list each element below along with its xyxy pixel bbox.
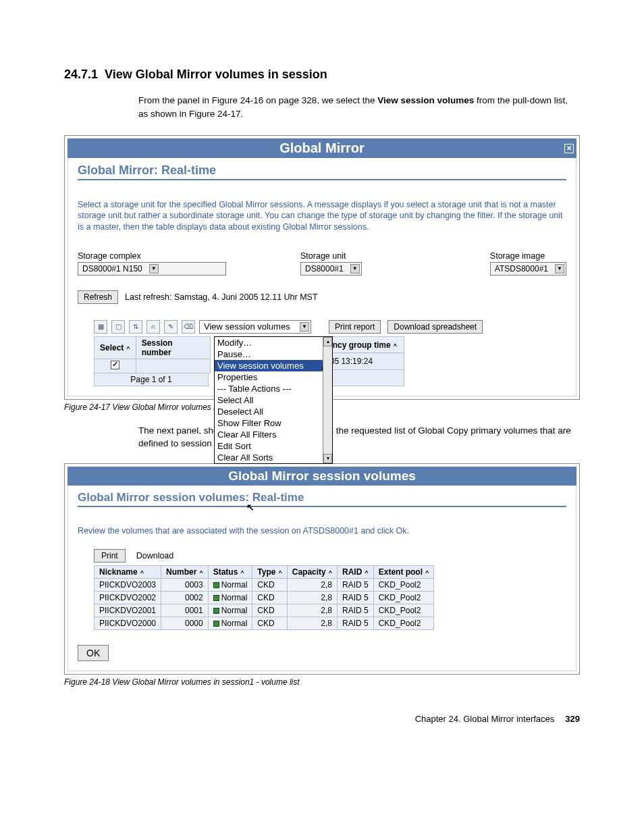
panel1-description: Select a storage unit for the specified … xyxy=(78,199,566,232)
section-heading: 24.7.1 View Global Mirror volumes in ses… xyxy=(64,68,580,82)
chevron-down-icon: ▼ xyxy=(555,264,564,273)
header-capacity[interactable]: Capacity^ xyxy=(287,566,337,579)
scrollbar[interactable]: ▴ ▾ xyxy=(323,337,332,463)
refresh-row: Refresh Last refresh: Samstag, 4. Juni 2… xyxy=(78,290,566,304)
refresh-button[interactable]: Refresh xyxy=(78,290,118,304)
pagination-bar: Page 1 of 1 xyxy=(94,373,209,386)
cell-number: 0002 xyxy=(161,592,209,604)
cell-type: CKD xyxy=(252,617,287,630)
panel1-body: Global Mirror: Real-time Select a storag… xyxy=(68,158,576,396)
toolbar-icon-5[interactable]: ✎ xyxy=(164,320,178,334)
checkbox-icon[interactable] xyxy=(111,361,119,369)
storage-complex-value: DS8000#1 N150 xyxy=(82,264,142,273)
figure-24-18: Global Mirror session volumes Global Mir… xyxy=(64,463,580,675)
left-table: Select^ Session number xyxy=(94,336,211,373)
sort-up-icon: ^ xyxy=(240,569,244,576)
cell-status: Normal xyxy=(208,592,252,604)
storage-complex-group: Storage complex DS8000#1 N150 ▼ xyxy=(78,251,226,276)
panel1-subtitle: Global Mirror: Real-time xyxy=(78,163,566,180)
download-link[interactable]: Download xyxy=(136,551,174,561)
status-dot-icon xyxy=(213,582,219,588)
table-row: PIICKDVO20010001NormalCKD2,8RAID 5CKD_Po… xyxy=(95,604,434,617)
header-type[interactable]: Type^ xyxy=(252,566,287,579)
left-table-container: Select^ Session number Page 1 of 1 xyxy=(94,336,211,386)
storage-unit-value: DS8000#1 xyxy=(305,264,344,273)
toolbar-icon-3[interactable]: ⇅ xyxy=(129,320,142,334)
ok-button[interactable]: OK xyxy=(78,645,109,661)
menu-item-edit-sort[interactable]: Edit Sort xyxy=(215,440,332,452)
section-title: View Global Mirror volumes in session xyxy=(105,68,327,81)
chevron-down-icon: ▼ xyxy=(350,264,360,273)
cell-status: Normal xyxy=(208,617,252,630)
table-row xyxy=(95,359,211,373)
mid-l1: The next panel, shown in Figure 24-18, p… xyxy=(138,425,571,449)
section-number: 24.7.1 xyxy=(64,68,98,81)
status-dot-icon xyxy=(213,621,219,627)
panel1-title: Global Mirror xyxy=(279,140,365,156)
storage-image-dropdown[interactable]: ATSDS8000#1 ▼ xyxy=(490,262,566,276)
chevron-down-icon: ▼ xyxy=(149,264,159,273)
panel2-body: Global Mirror session volumes: Real-time… xyxy=(68,486,576,671)
select-cell[interactable] xyxy=(95,359,136,373)
header-session-number[interactable]: Session number xyxy=(136,336,210,359)
storage-complex-dropdown[interactable]: DS8000#1 N150 ▼ xyxy=(78,262,226,276)
cell-raid: RAID 5 xyxy=(338,592,374,604)
menu-item-show-filter-row[interactable]: Show Filter Row xyxy=(215,417,332,429)
cell-extent-pool: CKD_Pool2 xyxy=(373,604,434,617)
table-row: PIICKDVO20000000NormalCKD2,8RAID 5CKD_Po… xyxy=(95,617,434,630)
toolbar-area: ▦ ▢ ⇅ ⎌ ✎ ⌫ View session volumes ▼ Print… xyxy=(94,320,566,386)
sort-up-icon: ^ xyxy=(365,569,368,576)
cell-capacity: 2,8 xyxy=(287,592,337,604)
cell-raid: RAID 5 xyxy=(338,579,374,592)
mid-paragraph: The next panel, shown in Figure 24-18, p… xyxy=(138,424,580,451)
sort-up-icon: ^ xyxy=(329,569,332,576)
cell-nickname: PIICKDVO2002 xyxy=(95,592,161,604)
header-number[interactable]: Number^ xyxy=(161,566,209,579)
panel2-subtitle: Global Mirror session volumes: Real-time… xyxy=(78,491,566,507)
header-extent-pool[interactable]: Extent pool^ xyxy=(373,566,434,579)
last-refresh-text: Last refresh: Samstag, 4. Juni 2005 12.1… xyxy=(125,292,318,302)
toolbar-icon-4[interactable]: ⎌ xyxy=(146,320,160,334)
action-dropdown[interactable]: View session volumes ▼ xyxy=(199,320,311,334)
cell-extent-pool: CKD_Pool2 xyxy=(373,579,434,592)
print-report-button[interactable]: Print report xyxy=(329,320,381,334)
storage-unit-dropdown[interactable]: DS8000#1 ▼ xyxy=(300,262,362,276)
header-raid[interactable]: RAID^ xyxy=(338,566,374,579)
table-row: PIICKDVO20030003NormalCKD2,8RAID 5CKD_Po… xyxy=(95,579,434,592)
menu-item-pause[interactable]: Pause… xyxy=(215,348,332,360)
cell-capacity: 2,8 xyxy=(287,604,337,617)
intro-paragraph: From the panel in Figure 24-16 on page 3… xyxy=(138,94,580,120)
scroll-down-icon[interactable]: ▾ xyxy=(323,454,332,463)
sort-up-icon: ^ xyxy=(425,569,429,576)
menu-item-properties[interactable]: Properties xyxy=(215,371,332,383)
sort-up-icon: ^ xyxy=(140,569,144,576)
menu-item-deselect-all[interactable]: Deselect All xyxy=(215,406,332,417)
panel2-titlebar: Global Mirror session volumes xyxy=(68,467,576,486)
menu-item-select-all[interactable]: Select All xyxy=(215,394,332,406)
menu-item-clear-all-sorts[interactable]: Clear All Sorts xyxy=(215,452,332,463)
toolbar-icon-6[interactable]: ⌫ xyxy=(182,320,195,334)
cell-number: 0001 xyxy=(161,604,209,617)
cell-raid: RAID 5 xyxy=(338,604,374,617)
print-button[interactable]: Print xyxy=(94,549,126,563)
close-icon[interactable]: ✕ xyxy=(564,144,574,153)
selector-row: Storage complex DS8000#1 N150 ▼ Storage … xyxy=(78,251,566,276)
menu-item-clear-all-filters[interactable]: Clear All Filters xyxy=(215,429,332,440)
sort-up-icon: ^ xyxy=(394,342,397,349)
cell-nickname: PIICKDVO2000 xyxy=(95,617,161,630)
sort-up-icon: ^ xyxy=(199,569,203,576)
figure-24-17: Global Mirror ✕ Global Mirror: Real-time… xyxy=(64,135,580,400)
cell-extent-pool: CKD_Pool2 xyxy=(373,617,434,630)
scroll-up-icon[interactable]: ▴ xyxy=(323,337,332,346)
panel1-titlebar: Global Mirror ✕ xyxy=(68,138,576,158)
download-spreadsheet-button[interactable]: Download spreadsheet xyxy=(387,320,483,334)
action-dropdown-menu[interactable]: Modify… Pause… View session volumes ↖ Pr… xyxy=(214,336,333,464)
header-select[interactable]: Select^ xyxy=(95,336,136,359)
toolbar-icon-1[interactable]: ▦ xyxy=(94,320,107,334)
header-nickname[interactable]: Nickname^ xyxy=(95,566,161,579)
toolbar-icon-2[interactable]: ▢ xyxy=(111,320,125,334)
menu-item-view-session-volumes[interactable]: View session volumes ↖ xyxy=(215,360,332,371)
action-dropdown-label: View session volumes xyxy=(204,321,290,332)
menu-item-modify[interactable]: Modify… xyxy=(215,337,332,348)
header-status[interactable]: Status^ xyxy=(208,566,252,579)
